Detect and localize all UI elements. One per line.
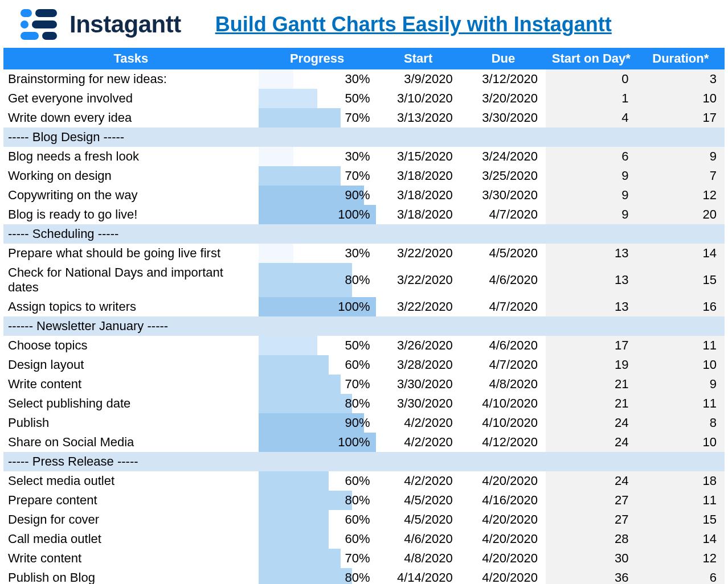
cell-start[interactable]: 3/26/2020 bbox=[376, 336, 461, 355]
cell-due[interactable]: 4/20/2020 bbox=[461, 549, 546, 568]
cell-due[interactable]: 4/12/2020 bbox=[461, 433, 546, 452]
cell-task[interactable]: Design for cover bbox=[3, 510, 259, 529]
cell-progress[interactable]: 60% bbox=[259, 510, 376, 529]
cell-due[interactable]: 4/10/2020 bbox=[461, 413, 546, 433]
cell-duration[interactable]: 9 bbox=[637, 375, 725, 394]
col-header-duration[interactable]: Duration* bbox=[637, 48, 725, 69]
cell-duration[interactable]: 7 bbox=[637, 166, 725, 186]
col-header-due[interactable]: Due bbox=[461, 48, 546, 69]
cell-task[interactable]: Select publishing date bbox=[3, 394, 259, 413]
cell-due[interactable]: 3/25/2020 bbox=[461, 166, 546, 186]
cell-start-on-day[interactable]: 19 bbox=[546, 355, 637, 375]
cell-task[interactable]: Check for National Days and important da… bbox=[3, 263, 259, 297]
cell-due[interactable]: 4/7/2020 bbox=[461, 205, 546, 224]
cell-start[interactable]: 3/9/2020 bbox=[376, 69, 461, 89]
cell-start[interactable]: 3/22/2020 bbox=[376, 244, 461, 263]
cell-start-on-day[interactable]: 24 bbox=[546, 433, 637, 452]
cell-progress[interactable]: 100% bbox=[259, 205, 376, 224]
cell-start-on-day[interactable]: 9 bbox=[546, 186, 637, 205]
cell-task[interactable]: Write content bbox=[3, 375, 259, 394]
cell-progress[interactable]: 60% bbox=[259, 529, 376, 549]
cell-start[interactable]: 3/30/2020 bbox=[376, 394, 461, 413]
cell-start-on-day[interactable]: 30 bbox=[546, 549, 637, 568]
cell-duration[interactable]: 18 bbox=[637, 471, 725, 491]
cell-task[interactable]: Select media outlet bbox=[3, 471, 259, 491]
cell-task[interactable]: Write content bbox=[3, 549, 259, 568]
cell-start[interactable]: 3/22/2020 bbox=[376, 263, 461, 297]
section-label[interactable]: ------ Newsletter January ----- bbox=[3, 316, 725, 336]
col-header-start[interactable]: Start bbox=[376, 48, 461, 69]
cell-progress[interactable]: 100% bbox=[259, 433, 376, 452]
cell-progress[interactable]: 30% bbox=[259, 69, 376, 89]
cell-start-on-day[interactable]: 9 bbox=[546, 205, 637, 224]
col-header-progress[interactable]: Progress bbox=[259, 48, 376, 69]
cell-task[interactable]: Share on Social Media bbox=[3, 433, 259, 452]
cell-duration[interactable]: 14 bbox=[637, 244, 725, 263]
section-label[interactable]: ----- Scheduling ----- bbox=[3, 224, 725, 244]
cell-due[interactable]: 4/20/2020 bbox=[461, 529, 546, 549]
cell-progress[interactable]: 70% bbox=[259, 166, 376, 186]
cell-duration[interactable]: 11 bbox=[637, 336, 725, 355]
cell-start[interactable]: 3/18/2020 bbox=[376, 186, 461, 205]
cell-task[interactable]: Prepare what should be going live first bbox=[3, 244, 259, 263]
cell-task[interactable]: Copywriting on the way bbox=[3, 186, 259, 205]
cell-due[interactable]: 3/20/2020 bbox=[461, 89, 546, 108]
cell-start-on-day[interactable]: 9 bbox=[546, 166, 637, 186]
cell-start-on-day[interactable]: 27 bbox=[546, 491, 637, 510]
cell-due[interactable]: 3/30/2020 bbox=[461, 186, 546, 205]
cell-duration[interactable]: 10 bbox=[637, 355, 725, 375]
cell-start-on-day[interactable]: 1 bbox=[546, 89, 637, 108]
cell-start-on-day[interactable]: 0 bbox=[546, 69, 637, 89]
cell-start-on-day[interactable]: 21 bbox=[546, 375, 637, 394]
cell-progress[interactable]: 60% bbox=[259, 355, 376, 375]
cell-due[interactable]: 4/16/2020 bbox=[461, 491, 546, 510]
cell-task[interactable]: Choose topics bbox=[3, 336, 259, 355]
cell-task[interactable]: Get everyone involved bbox=[3, 89, 259, 108]
cell-duration[interactable]: 11 bbox=[637, 394, 725, 413]
cell-duration[interactable]: 3 bbox=[637, 69, 725, 89]
cell-progress[interactable]: 50% bbox=[259, 89, 376, 108]
cell-duration[interactable]: 20 bbox=[637, 205, 725, 224]
cell-start-on-day[interactable]: 28 bbox=[546, 529, 637, 549]
cell-duration[interactable]: 12 bbox=[637, 186, 725, 205]
cell-due[interactable]: 3/30/2020 bbox=[461, 108, 546, 128]
cell-progress[interactable]: 80% bbox=[259, 394, 376, 413]
cell-task[interactable]: Blog is ready to go live! bbox=[3, 205, 259, 224]
cell-start[interactable]: 3/13/2020 bbox=[376, 108, 461, 128]
cell-due[interactable]: 4/10/2020 bbox=[461, 394, 546, 413]
cell-progress[interactable]: 90% bbox=[259, 413, 376, 433]
cell-start-on-day[interactable]: 24 bbox=[546, 413, 637, 433]
cell-due[interactable]: 3/12/2020 bbox=[461, 69, 546, 89]
cell-progress[interactable]: 100% bbox=[259, 297, 376, 316]
cell-start[interactable]: 4/2/2020 bbox=[376, 413, 461, 433]
cell-start[interactable]: 3/22/2020 bbox=[376, 297, 461, 316]
cell-due[interactable]: 3/24/2020 bbox=[461, 147, 546, 166]
cell-task[interactable]: Design layout bbox=[3, 355, 259, 375]
cell-duration[interactable]: 11 bbox=[637, 491, 725, 510]
cell-duration[interactable]: 6 bbox=[637, 568, 725, 584]
cell-progress[interactable]: 30% bbox=[259, 147, 376, 166]
cell-duration[interactable]: 17 bbox=[637, 108, 725, 128]
cell-start[interactable]: 3/18/2020 bbox=[376, 166, 461, 186]
cell-duration[interactable]: 12 bbox=[637, 549, 725, 568]
cell-duration[interactable]: 15 bbox=[637, 263, 725, 297]
cell-task[interactable]: Write down every idea bbox=[3, 108, 259, 128]
cell-start[interactable]: 4/5/2020 bbox=[376, 491, 461, 510]
cell-task[interactable]: Working on design bbox=[3, 166, 259, 186]
cell-duration[interactable]: 14 bbox=[637, 529, 725, 549]
cell-start[interactable]: 3/10/2020 bbox=[376, 89, 461, 108]
cell-start-on-day[interactable]: 27 bbox=[546, 510, 637, 529]
cell-start[interactable]: 3/30/2020 bbox=[376, 375, 461, 394]
cell-progress[interactable]: 70% bbox=[259, 375, 376, 394]
col-header-tasks[interactable]: Tasks bbox=[3, 48, 259, 69]
cell-start-on-day[interactable]: 36 bbox=[546, 568, 637, 584]
cell-task[interactable]: Brainstorming for new ideas: bbox=[3, 69, 259, 89]
cell-start[interactable]: 3/28/2020 bbox=[376, 355, 461, 375]
cell-start-on-day[interactable]: 13 bbox=[546, 297, 637, 316]
cell-due[interactable]: 4/20/2020 bbox=[461, 568, 546, 584]
cell-duration[interactable]: 10 bbox=[637, 89, 725, 108]
cell-task[interactable]: Publish on Blog bbox=[3, 568, 259, 584]
cell-progress[interactable]: 60% bbox=[259, 471, 376, 491]
cell-start[interactable]: 4/2/2020 bbox=[376, 471, 461, 491]
cell-progress[interactable]: 50% bbox=[259, 336, 376, 355]
